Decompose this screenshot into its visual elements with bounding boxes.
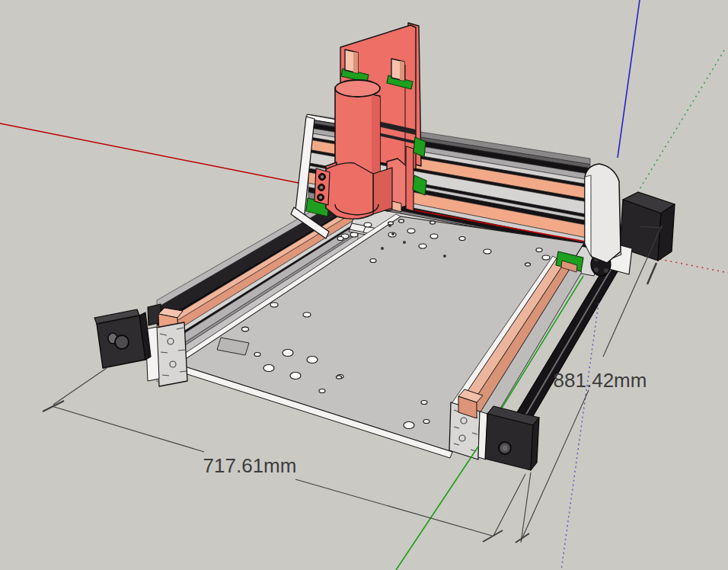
cad-viewport[interactable]: 717.61mm 881.42mm [0,0,728,570]
bed-hole [307,357,318,363]
cylinder-top [335,80,380,97]
extrusion-end-face [156,322,187,386]
bed-hole [290,373,301,379]
bed-hole [525,263,531,266]
bed-hole [350,232,358,237]
bed-hole [303,312,311,317]
bed-hole [407,229,415,233]
bed-hole [337,376,342,379]
bed-hole [459,237,465,241]
bed-hole [242,327,249,331]
bed-hole [404,422,414,429]
bed-pin-dot [443,255,446,258]
bed-hole [430,234,438,239]
bed-hole [419,244,426,248]
bed-hole [370,259,376,263]
rail-post-shade [353,52,358,73]
bed-hole [484,249,491,254]
shaft-hole [115,335,129,349]
bed-hole [263,365,274,372]
bed-hole [364,223,372,227]
bed-hole [421,401,427,405]
plate-edge-white [585,175,591,256]
dimension-width-label[interactable]: 717.61mm [203,454,297,477]
bed-pin-dot [388,224,391,227]
bed-hole [423,420,429,424]
bed-hole [542,255,550,260]
dimension-depth-label[interactable]: 881.42mm [554,369,647,392]
bed-hole [270,303,278,307]
bed-hole [399,219,404,223]
bed-hole [319,389,325,393]
bed-hole [283,350,293,357]
clamp-peg [392,201,401,212]
flange-bolt [604,268,608,273]
rail-post-shade [400,61,404,81]
bed-hole [536,248,542,252]
flange-bolt [594,267,599,272]
bed-pin-dot [381,247,384,250]
shaft-end [503,446,508,451]
bed-pin-dot [403,241,406,244]
bolt-strip [315,168,330,205]
bed-hole [430,221,436,224]
bed-hole [254,353,260,357]
bed-hole [337,237,343,241]
bed-pin-dot [391,232,394,235]
